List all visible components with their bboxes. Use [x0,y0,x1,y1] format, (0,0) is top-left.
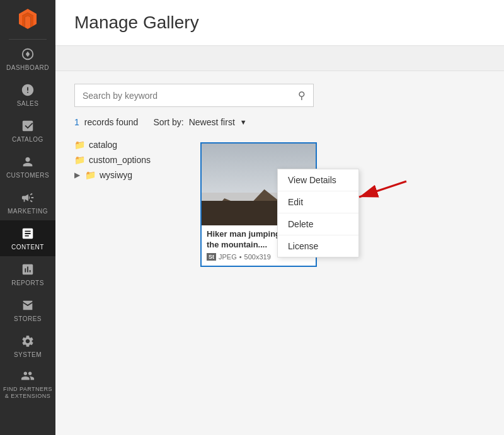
sidebar-item-catalog-label: CATALOG [12,136,43,144]
customers-icon [21,155,35,169]
search-icon[interactable]: ⚲ [298,89,306,101]
image-type: JPEG [219,253,237,261]
context-menu-view-details[interactable]: View Details [278,169,358,191]
search-bar: ⚲ [74,84,314,107]
svg-marker-2 [25,16,31,29]
image-dimensions: 500x319 [244,253,271,261]
folder-icon-catalog: 📁 [74,140,85,150]
content-area: ⚲ 1 records found Sort by: Newest first … [55,71,504,280]
catalog-icon [21,119,35,133]
magento-logo-icon [16,8,39,30]
bullet-separator: • [239,253,242,261]
sidebar-item-system-label: SYSTEM [14,351,42,359]
content-icon [21,227,35,240]
sidebar: DASHBOARD SALES CATALOG CUSTOMERS MARKET… [0,0,55,435]
sort-label: Sort by: [153,117,183,127]
image-card[interactable]: View Details Edit Delete License [200,142,317,267]
svg-line-5 [359,181,406,197]
sidebar-item-customers[interactable]: CUSTOMERS [0,149,55,184]
page-title: Manage Gallery [74,13,485,33]
sidebar-item-dashboard[interactable]: DASHBOARD [0,41,55,77]
stores-icon [21,298,35,312]
context-menu: View Details Edit Delete License [277,169,359,257]
context-menu-delete[interactable]: Delete [278,213,358,235]
breadcrumb-bar [55,46,504,71]
sidebar-item-catalog[interactable]: CATALOG [0,113,55,149]
sidebar-item-customers-label: CUSTOMERS [6,172,49,179]
folder-item-catalog[interactable]: 📁 catalog [74,137,188,152]
folder-icon-custom-options: 📁 [74,155,85,165]
sidebar-item-content[interactable]: CONTENT [0,220,55,256]
records-label: records found [84,117,139,127]
sort-current: Newest first [189,117,235,127]
image-grid: View Details Edit Delete License [200,142,317,267]
sidebar-item-partners-label: FIND PARTNERS & EXTENSIONS [3,386,53,400]
main-content: Manage Gallery ⚲ 1 records found Sort by… [55,0,504,435]
sidebar-item-marketing[interactable]: MARKETING [0,184,55,220]
marketing-icon [21,191,35,205]
sort-chevron-icon: ▼ [240,118,247,126]
folder-name-wysiwyg: wysiwyg [100,170,132,180]
sidebar-item-marketing-label: MARKETING [8,208,48,215]
folder-item-wysiwyg[interactable]: ▶ 📁 wysiwyg [74,167,188,183]
context-menu-edit[interactable]: Edit [278,191,358,213]
sort-dropdown[interactable]: Newest first ▼ [189,117,247,127]
folder-item-custom-options[interactable]: 📁 custom_options [74,152,188,167]
gallery-layout: 📁 catalog 📁 custom_options ▶ 📁 wysiwyg [74,137,485,267]
sidebar-item-content-label: CONTENT [11,244,44,251]
records-bar: 1 records found Sort by: Newest first ▼ [74,117,485,127]
system-icon [21,334,35,348]
search-input[interactable] [83,91,298,101]
page-header: Manage Gallery [55,0,504,46]
sidebar-item-partners[interactable]: FIND PARTNERS & EXTENSIONS [0,364,55,405]
reports-icon [21,263,35,276]
sidebar-logo [0,0,55,38]
folder-icon-wysiwyg: 📁 [85,170,96,180]
sidebar-item-reports-label: REPORTS [11,280,44,287]
sidebar-item-dashboard-label: DASHBOARD [6,64,49,72]
sidebar-item-stores-label: STORES [14,315,42,323]
folder-name-custom-options: custom_options [89,155,151,165]
folder-tree: 📁 catalog 📁 custom_options ▶ 📁 wysiwyg [74,137,188,183]
sidebar-item-stores[interactable]: STORES [0,292,55,328]
records-count: 1 [74,117,79,127]
partners-icon [21,369,35,383]
sidebar-item-system[interactable]: SYSTEM [0,328,55,364]
context-menu-license[interactable]: License [278,235,358,257]
sidebar-item-sales-label: SALES [17,100,39,108]
dashboard-icon [21,47,35,61]
sales-icon [21,83,35,97]
stock-badge: St [207,253,216,261]
sidebar-item-reports[interactable]: REPORTS [0,256,55,292]
folder-name-catalog: catalog [89,140,117,150]
expand-icon-wysiwyg: ▶ [74,171,80,179]
sidebar-divider-top [9,39,47,40]
sidebar-item-sales[interactable]: SALES [0,77,55,113]
